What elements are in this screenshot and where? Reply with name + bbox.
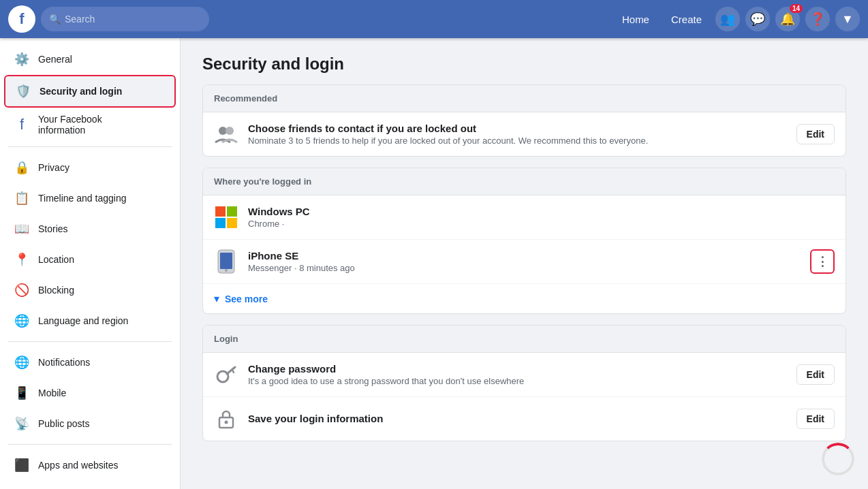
account-icon-btn[interactable]: ▼: [835, 7, 860, 31]
sidebar-divider-1: [8, 146, 172, 147]
language-icon: 🌐: [12, 311, 31, 330]
notification-badge: 14: [790, 4, 803, 13]
sidebar-item-stories[interactable]: 📖 Stories: [4, 214, 176, 244]
blocking-icon: 🚫: [12, 281, 31, 300]
see-more-arrow-icon: ▾: [214, 292, 219, 305]
sidebar-label-language-region: Language and region: [38, 315, 128, 326]
windows-pc-subtitle: Chrome ·: [248, 219, 835, 229]
question-icon: ❓: [810, 12, 825, 27]
notifications-sidebar-icon: 🌐: [12, 353, 31, 372]
sidebar-item-language-region[interactable]: 🌐 Language and region: [4, 306, 176, 336]
save-login-edit-button[interactable]: Edit: [796, 409, 835, 429]
sidebar-label-privacy: Privacy: [38, 162, 69, 173]
facebook-info-icon: f: [12, 115, 31, 134]
svg-point-13: [225, 421, 228, 424]
iphone-se-icon: [214, 249, 238, 274]
instant-games-icon: 👥: [12, 486, 31, 489]
topnav: f 🔍 Home Create 👥 💬 🔔 14 ❓ ▼: [0, 0, 868, 38]
where-logged-in-card: Where you're logged in Windows PC Chrome…: [202, 168, 846, 314]
sidebar-label-apps-websites: Apps and websites: [38, 460, 119, 471]
see-more-row[interactable]: ▾ See more: [203, 284, 846, 313]
create-link[interactable]: Create: [663, 8, 710, 31]
iphone-se-row: iPhone SE Messenger · 8 minutes ago ⋮: [203, 240, 846, 284]
lock-icon: 🔒: [12, 158, 31, 177]
help-icon-btn[interactable]: ❓: [805, 7, 830, 31]
trusted-contacts-title: Choose friends to contact if you are loc…: [248, 123, 796, 134]
sidebar-item-blocking[interactable]: 🚫 Blocking: [4, 275, 176, 305]
sidebar-label-blocking: Blocking: [38, 285, 74, 296]
recommended-header: Recommended: [203, 85, 846, 112]
windows-pc-content: Windows PC Chrome ·: [248, 206, 835, 229]
login-card: Login Change password It's a good idea t…: [202, 325, 846, 441]
friends-icon: 👥: [720, 12, 735, 27]
save-login-title: Save your login information: [248, 413, 796, 424]
apps-icon: ⬛: [12, 456, 31, 475]
facebook-logo: f: [8, 5, 35, 33]
sidebar-item-notifications[interactable]: 🌐 Notifications: [4, 347, 176, 377]
mobile-icon: 📱: [12, 383, 31, 403]
messenger-icon: 💬: [750, 12, 765, 27]
change-password-subtitle: It's a good idea to use a strong passwor…: [248, 376, 796, 386]
bell-icon: 🔔: [780, 12, 795, 27]
svg-point-8: [225, 269, 228, 272]
gear-icon: ⚙️: [12, 50, 31, 69]
see-more-label: See more: [225, 294, 268, 304]
iphone-se-subtitle: Messenger · 8 minutes ago: [248, 263, 810, 273]
windows-pc-title: Windows PC: [248, 206, 835, 217]
svg-rect-3: [227, 206, 237, 217]
sidebar-item-location[interactable]: 📍 Location: [4, 245, 176, 274]
sidebar-item-instant-games[interactable]: 👥 Instant Games: [4, 481, 176, 489]
windows-pc-icon: [214, 205, 238, 230]
sidebar-label-public-posts: Public posts: [38, 418, 89, 429]
trusted-contacts-edit-button[interactable]: Edit: [796, 124, 835, 144]
friends-contacts-icon: [214, 122, 238, 146]
home-link[interactable]: Home: [614, 8, 657, 31]
sidebar-item-timeline-tagging[interactable]: 📋 Timeline and tagging: [4, 183, 176, 213]
sidebar-divider-2: [8, 341, 172, 342]
svg-rect-4: [215, 218, 226, 228]
svg-rect-7: [220, 253, 232, 269]
friends-icon-btn[interactable]: 👥: [715, 7, 740, 31]
search-bar[interactable]: 🔍: [41, 7, 209, 31]
sidebar-item-apps-websites[interactable]: ⬛ Apps and websites: [4, 450, 176, 480]
sidebar-item-security-login[interactable]: 🛡️ Security and login: [4, 75, 176, 108]
change-password-content: Change password It's a good idea to use …: [248, 363, 796, 386]
sidebar-item-public-posts[interactable]: 📡 Public posts: [4, 409, 176, 439]
iphone-se-three-dot-button[interactable]: ⋮: [810, 249, 835, 274]
sidebar-item-privacy[interactable]: 🔒 Privacy: [4, 153, 176, 183]
svg-point-1: [226, 127, 234, 135]
sidebar-item-mobile[interactable]: 📱 Mobile: [4, 378, 176, 408]
iphone-se-content: iPhone SE Messenger · 8 minutes ago: [248, 250, 810, 273]
sidebar-item-general[interactable]: ⚙️ General: [4, 44, 176, 74]
sidebar-item-your-facebook[interactable]: f Your Facebookinformation: [4, 108, 176, 141]
trusted-contacts-subtitle: Nominate 3 to 5 friends to help if you a…: [248, 136, 796, 146]
where-logged-in-header: Where you're logged in: [203, 168, 846, 195]
loading-spinner: [822, 443, 854, 475]
key-icon: [214, 362, 238, 387]
recommended-card: Recommended Choose friends to contact if…: [202, 84, 846, 157]
sidebar-label-notifications: Notifications: [38, 357, 90, 368]
messenger-icon-btn[interactable]: 💬: [745, 7, 770, 31]
change-password-title: Change password: [248, 363, 796, 375]
public-posts-icon: 📡: [12, 414, 31, 433]
timeline-icon: 📋: [12, 189, 31, 208]
save-login-row: Save your login information Edit: [203, 397, 846, 441]
change-password-row: Change password It's a good idea to use …: [203, 353, 846, 397]
login-header: Login: [203, 326, 846, 353]
save-login-icon: [214, 407, 238, 431]
windows-pc-row: Windows PC Chrome ·: [203, 195, 846, 240]
trusted-contacts-row: Choose friends to contact if you are loc…: [203, 112, 846, 156]
sidebar-label-security-login: Security and login: [40, 86, 122, 97]
shield-icon: 🛡️: [14, 82, 33, 101]
svg-rect-5: [227, 218, 237, 228]
iphone-se-title: iPhone SE: [248, 250, 810, 262]
sidebar-label-location: Location: [38, 254, 74, 265]
sidebar-label-timeline-tagging: Timeline and tagging: [38, 193, 126, 204]
chevron-down-icon: ▼: [841, 12, 854, 27]
sidebar-label-stories: Stories: [38, 223, 68, 234]
change-password-edit-button[interactable]: Edit: [796, 364, 835, 385]
svg-rect-2: [215, 206, 226, 217]
notifications-icon-btn[interactable]: 🔔 14: [775, 7, 800, 31]
search-input[interactable]: [65, 14, 201, 25]
search-icon: 🔍: [49, 14, 61, 25]
